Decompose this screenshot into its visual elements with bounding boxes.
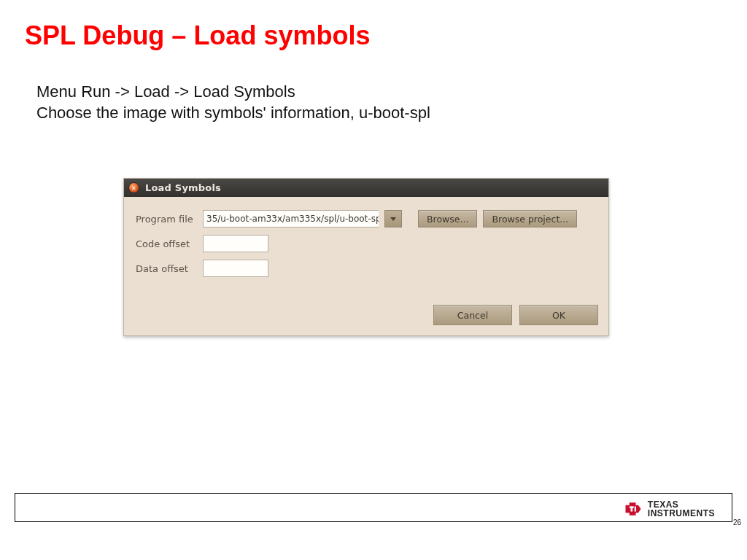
program-file-dropdown[interactable] [384,210,402,228]
close-icon[interactable] [128,182,139,193]
slide-title: SPL Debug – Load symbols [25,20,370,51]
code-offset-label: Code offset [136,238,197,249]
svg-rect-2 [635,507,636,512]
cancel-button[interactable]: Cancel [433,305,512,325]
program-file-label: Program file [136,214,197,225]
body-line-2: Choose the image with symbols' informati… [36,103,430,124]
data-offset-row: Data offset [136,260,597,277]
dialog-titlebar: Load Symbols [124,179,608,197]
program-file-row: Program file 35/u-boot-am33x/am335x/spl/… [136,210,597,228]
browse-button[interactable]: Browse... [418,210,477,228]
program-file-input[interactable]: 35/u-boot-am33x/am335x/spl/u-boot-spl [203,210,379,228]
slide: SPL Debug – Load symbols Menu Run -> Loa… [0,0,747,560]
load-symbols-dialog: Load Symbols Program file 35/u-boot-am33… [123,178,609,336]
chevron-down-icon [390,217,396,221]
data-offset-label: Data offset [136,263,197,274]
page-number: 26 [733,518,741,526]
dialog-title: Load Symbols [145,182,221,193]
data-offset-input[interactable] [203,260,268,277]
svg-rect-1 [630,507,634,508]
ti-chip-icon [623,499,643,519]
ok-button[interactable]: OK [519,305,598,325]
slide-body: Menu Run -> Load -> Load Symbols Choose … [36,82,430,123]
dialog-actions: Cancel OK [124,289,608,335]
body-line-1: Menu Run -> Load -> Load Symbols [36,82,430,103]
browse-project-button[interactable]: Browse project... [483,210,577,228]
ti-logo: TEXAS INSTRUMENTS [623,499,715,519]
code-offset-row: Code offset [136,235,597,252]
dialog-body: Program file 35/u-boot-am33x/am335x/spl/… [124,197,608,289]
ti-brand-text: TEXAS INSTRUMENTS [648,500,715,518]
code-offset-input[interactable] [203,235,268,252]
ti-brand-line2: INSTRUMENTS [648,509,715,518]
